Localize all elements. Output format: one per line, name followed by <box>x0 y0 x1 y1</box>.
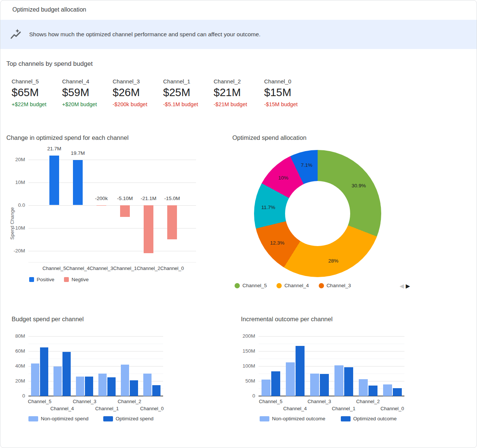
legend-label: Channel_5 <box>242 283 267 288</box>
y-tick-label: -20M <box>6 248 25 254</box>
legend-item-non-optimized[interactable]: Non-optimized spend <box>28 416 89 421</box>
gridline <box>28 366 163 366</box>
x-category-label: Channel_1 <box>113 266 137 271</box>
x-category-label: Channel_0 <box>380 406 404 411</box>
channel-name: Channel_0 <box>264 78 315 85</box>
gridline-minor <box>28 359 163 359</box>
bar-opt-Channel_1 <box>107 377 116 396</box>
bar-Channel_2 <box>144 205 153 254</box>
channel-value: $59M <box>62 86 113 99</box>
bar-nonopt-Channel_1 <box>334 365 343 396</box>
bar-opt-Channel_0 <box>152 385 160 396</box>
optimized-budget-allocation-card: Optimized budget allocation Shows how mu… <box>0 0 477 448</box>
chart-title: Budget spend per channel <box>12 316 84 323</box>
legend-item-channel_3[interactable]: Channel_3 <box>319 283 351 288</box>
legend-swatch <box>276 283 282 288</box>
bar-nonopt-Channel_2 <box>359 379 368 396</box>
channel-name: Channel_4 <box>62 78 113 85</box>
channel-delta: +$20M budget <box>62 101 113 107</box>
gridline <box>259 351 404 352</box>
bar-opt-Channel_4 <box>62 352 71 396</box>
legend-label: Positive <box>37 277 54 282</box>
y-tick-label: 20M <box>6 157 25 162</box>
x-category-label: Channel_4 <box>66 266 90 271</box>
y-tick-label: 50M <box>241 378 255 384</box>
legend-swatch <box>235 283 240 288</box>
gridline-minor <box>259 344 404 344</box>
legend-prev-arrow[interactable]: ◀ <box>400 283 404 289</box>
bar-opt-Channel_3 <box>320 374 329 396</box>
y-tick-label: 150M <box>241 348 255 354</box>
y-tick-label: 60M <box>12 348 25 354</box>
x-category-label: Channel_4 <box>283 406 307 411</box>
y-axis-title: Spend Change <box>9 171 15 240</box>
y-tick-label: 20M <box>12 378 25 384</box>
page-title: Optimized budget allocation <box>12 6 86 13</box>
x-axis-line <box>28 396 163 396</box>
bar-value-label: 21.7M <box>47 146 61 151</box>
bar-nonopt-Channel_2 <box>121 365 129 396</box>
legend-label: Optimized spend <box>116 416 153 421</box>
incremental-outcome-chart: Incremental outcome per channel 050M100M… <box>241 316 414 430</box>
bar-nonopt-Channel_3 <box>310 374 319 396</box>
gridline-minor <box>28 344 163 344</box>
gridline <box>259 381 404 381</box>
channel-delta: -$200k budget <box>113 101 163 107</box>
bar-opt-Channel_5 <box>271 371 280 396</box>
legend-item-optimized[interactable]: Optimized spend <box>103 416 153 421</box>
bar-Channel_1 <box>120 205 130 217</box>
x-category-label: Channel_5 <box>43 266 66 271</box>
bar-value-label: -15.0M <box>164 196 180 201</box>
x-category-label: Channel_2 <box>356 399 380 404</box>
legend-item-channel_5[interactable]: Channel_5 <box>235 283 267 288</box>
legend-item-negtive[interactable]: Negtive <box>64 277 89 282</box>
slice-percent-label: 30.9% <box>352 182 366 188</box>
chart-title: Incremental outcome per channel <box>241 316 333 323</box>
legend-item-positive[interactable]: Positive <box>29 277 54 282</box>
slice-percent-label: 12.3% <box>270 240 284 245</box>
slice-percent-label: 10% <box>278 175 288 180</box>
legend: Channel_5Channel_4Channel_3 <box>235 283 351 288</box>
gridline <box>259 336 404 337</box>
insight-banner: Shows how much the optimized channel per… <box>0 20 477 49</box>
legend-item-channel_4[interactable]: Channel_4 <box>276 283 309 288</box>
x-category-label: Channel_2 <box>137 266 160 271</box>
gridline-minor <box>28 389 163 389</box>
legend-item-optimized[interactable]: Optimized outcome <box>341 416 397 421</box>
channel-delta: -$5.1M budget <box>163 101 214 107</box>
bar-opt-Channel_4 <box>296 346 305 396</box>
x-category-label: Channel_2 <box>118 399 141 404</box>
gridline <box>28 336 163 337</box>
bar-opt-Channel_3 <box>85 377 93 396</box>
budget-spend-chart: Budget spend per channel 020M40M60M80MCh… <box>12 316 172 430</box>
channel-name: Channel_3 <box>113 78 163 85</box>
bar-nonopt-Channel_5 <box>262 380 270 396</box>
y-tick-label: 0 <box>241 393 255 399</box>
bar-nonopt-Channel_3 <box>76 377 84 396</box>
legend-next-arrow[interactable]: ▶ <box>406 283 410 289</box>
y-tick-label: 0 <box>12 393 25 399</box>
top-channels-section-title: Top channels by spend budget <box>6 60 93 68</box>
bar-opt-Channel_1 <box>344 367 353 396</box>
plot-area <box>259 333 404 396</box>
spend-allocation-donut-chart: Optimized spend allocation 30.9%28%12.3%… <box>232 134 423 295</box>
legend-label: Channel_4 <box>284 283 309 288</box>
channel-value: $26M <box>113 86 163 99</box>
bar-opt-Channel_2 <box>369 386 377 396</box>
x-category-label: Channel_1 <box>332 406 355 411</box>
x-axis-line <box>259 396 404 396</box>
x-category-label: Channel_0 <box>140 406 164 411</box>
bar-nonopt-Channel_1 <box>98 374 107 396</box>
gridline <box>28 351 163 352</box>
bar-Channel_3 <box>97 205 106 206</box>
plot-area <box>28 333 163 396</box>
legend-item-non-optimized[interactable]: Non-optimized outcome <box>260 416 325 421</box>
legend-swatch <box>341 416 351 421</box>
legend-pagination: ◀▶ <box>400 283 410 289</box>
donut-hole <box>285 181 350 246</box>
channel-name: Channel_1 <box>163 78 214 85</box>
y-tick-label: 200M <box>241 333 255 339</box>
channel-stat: Channel_1$25M-$5.1M budget <box>163 78 214 107</box>
banner-text: Shows how much the optimized channel per… <box>29 31 260 38</box>
y-tick-label: 80M <box>12 333 25 339</box>
